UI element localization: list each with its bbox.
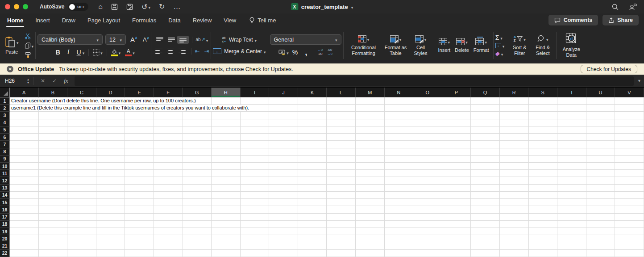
row-cells[interactable]: [10, 185, 644, 192]
column-header-A[interactable]: A: [10, 88, 39, 97]
column-header-N[interactable]: N: [385, 88, 414, 97]
fill-color-button[interactable]: [111, 48, 121, 56]
align-middle-button[interactable]: [166, 36, 177, 44]
row-header-8[interactable]: 8: [0, 148, 10, 156]
cut-button[interactable]: [25, 33, 34, 39]
align-bottom-button[interactable]: [177, 36, 189, 44]
formula-input[interactable]: [75, 76, 634, 86]
row-header-12[interactable]: 12: [0, 177, 10, 184]
paste-button[interactable]: Paste: [2, 36, 22, 55]
align-top-button[interactable]: [154, 36, 166, 44]
cancel-icon[interactable]: ✕: [41, 78, 45, 84]
document-title[interactable]: X creator_template: [291, 3, 353, 11]
format-as-table-button[interactable]: Format as Table: [382, 35, 410, 56]
column-header-T[interactable]: T: [557, 88, 586, 97]
row-cells[interactable]: [10, 221, 644, 228]
insert-cells-button[interactable]: ← Insert: [436, 38, 453, 53]
share-presence-icon[interactable]: [629, 4, 637, 10]
align-left-button[interactable]: [153, 47, 165, 55]
row-cells[interactable]: [10, 156, 644, 163]
wrap-text-button[interactable]: ab c↩ Wrap Text: [222, 36, 257, 44]
tab-home[interactable]: Home: [7, 13, 23, 27]
format-cells-button[interactable]: Format: [471, 38, 491, 53]
row-header-14[interactable]: 14: [0, 192, 10, 199]
column-header-L[interactable]: L: [327, 88, 356, 97]
fill-button[interactable]: ↓: [495, 42, 505, 49]
column-header-U[interactable]: U: [586, 88, 615, 97]
redo-icon[interactable]: ↻: [159, 3, 165, 10]
number-format-select[interactable]: General: [270, 34, 341, 45]
check-for-updates-button[interactable]: Check for Updates: [581, 65, 637, 73]
column-header-K[interactable]: K: [298, 88, 327, 97]
column-header-F[interactable]: F: [154, 88, 183, 97]
row-header-6[interactable]: 6: [0, 134, 10, 141]
enter-icon[interactable]: ✓: [52, 78, 57, 84]
underline-button[interactable]: U: [77, 49, 81, 56]
row-cells[interactable]: [10, 199, 644, 206]
expand-formula-bar-icon[interactable]: ▼: [637, 79, 641, 83]
row-cells[interactable]: username1 (Delete this example line and …: [10, 105, 644, 112]
row-cells[interactable]: [10, 192, 644, 199]
percent-style-button[interactable]: %: [292, 49, 298, 56]
row-cells[interactable]: [10, 141, 644, 148]
merge-center-button[interactable]: ↔ Merge & Center: [213, 47, 266, 55]
column-header-V[interactable]: V: [615, 88, 644, 97]
row-cells[interactable]: [10, 228, 644, 235]
column-header-C[interactable]: C: [67, 88, 96, 97]
column-header-O[interactable]: O: [413, 88, 442, 97]
comma-style-button[interactable]: ,: [305, 50, 307, 55]
share-button[interactable]: Share: [602, 15, 639, 25]
column-header-G[interactable]: G: [183, 88, 212, 97]
sort-filter-button[interactable]: A Z Sort & Filter: [508, 35, 531, 56]
font-size-select[interactable]: 12: [105, 34, 126, 45]
row-header-10[interactable]: 10: [0, 163, 10, 170]
column-header-S[interactable]: S: [528, 88, 557, 97]
row-cells[interactable]: [10, 250, 644, 257]
format-painter-button[interactable]: [25, 51, 34, 58]
font-name-select[interactable]: Calibri (Body): [37, 34, 103, 45]
save-as-icon[interactable]: [126, 4, 133, 10]
clear-button[interactable]: ◆: [495, 51, 505, 57]
row-header-15[interactable]: 15: [0, 199, 10, 206]
row-cells[interactable]: [10, 170, 644, 177]
row-header-1[interactable]: 1: [0, 97, 10, 105]
minimize-button[interactable]: [14, 4, 19, 9]
search-icon[interactable]: [612, 4, 619, 10]
autosave-toggle[interactable]: OFF: [68, 3, 88, 11]
decrease-font-size-button[interactable]: A ∨: [143, 37, 150, 42]
decrease-decimal-button[interactable]: .00 →0: [327, 48, 332, 56]
row-header-18[interactable]: 18: [0, 221, 10, 228]
row-header-17[interactable]: 17: [0, 214, 10, 221]
row-header-11[interactable]: 11: [0, 170, 10, 177]
column-header-E[interactable]: E: [125, 88, 154, 97]
row-header-19[interactable]: 19: [0, 228, 10, 235]
conditional-formatting-button[interactable]: Conditional Formatting: [345, 35, 382, 56]
row-cells[interactable]: [10, 134, 644, 141]
row-header-13[interactable]: 13: [0, 185, 10, 192]
copy-button[interactable]: [25, 42, 34, 49]
font-color-button[interactable]: A: [125, 48, 135, 56]
accounting-format-button[interactable]: [278, 48, 289, 56]
column-header-I[interactable]: I: [241, 88, 270, 97]
row-header-22[interactable]: 22: [0, 250, 10, 257]
row-cells[interactable]: [10, 206, 644, 213]
tab-data[interactable]: Data: [168, 13, 180, 27]
row-cells[interactable]: [10, 126, 644, 134]
borders-button[interactable]: [93, 48, 103, 56]
row-cells[interactable]: [10, 119, 644, 126]
row-cells[interactable]: [10, 242, 644, 249]
column-header-J[interactable]: J: [269, 88, 298, 97]
column-header-Q[interactable]: Q: [471, 88, 500, 97]
decrease-indent-button[interactable]: ⇤: [195, 48, 199, 55]
bold-button[interactable]: B: [56, 49, 60, 56]
delete-cells-button[interactable]: ✕ Delete: [453, 38, 471, 53]
row-cells[interactable]: [10, 112, 644, 119]
increase-decimal-button[interactable]: ←0 .00: [317, 48, 323, 56]
column-header-D[interactable]: D: [96, 88, 125, 97]
increase-indent-button[interactable]: ⇥: [204, 48, 209, 55]
tell-me[interactable]: Tell me: [249, 13, 276, 27]
increase-font-size-button[interactable]: A ∧: [130, 36, 137, 43]
save-icon[interactable]: [111, 4, 118, 10]
chevron-down-icon[interactable]: [148, 3, 150, 11]
row-header-2[interactable]: 2: [0, 105, 10, 112]
